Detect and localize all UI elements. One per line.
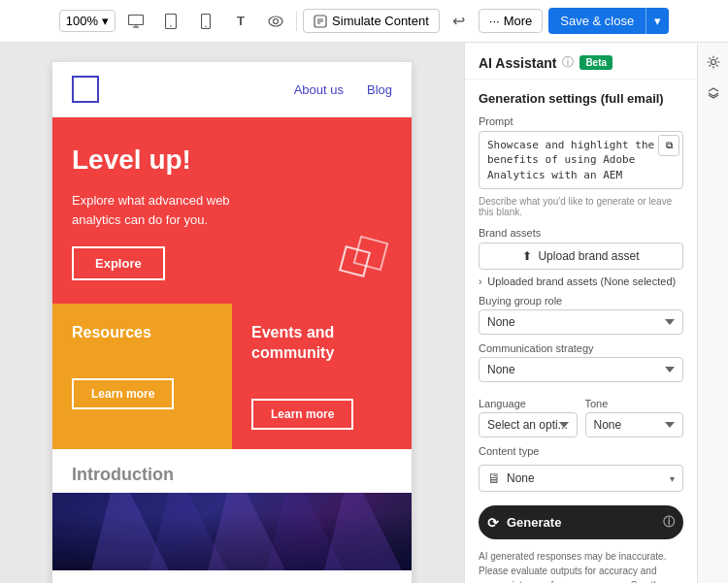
generate-button[interactable]: ⟳ Generate ⓘ xyxy=(479,505,683,539)
diamond-graphic-icon xyxy=(338,230,396,288)
toolbar: 100% ▾ T Simulate Content ↩ ··· More xyxy=(0,0,728,43)
toolbar-center: 100% ▾ T Simulate Content ↩ ··· More xyxy=(59,8,669,35)
generation-settings-title: Generation settings (full email) xyxy=(479,91,683,106)
brand-assets-section: Brand assets ⬆ Upload brand asset › Uplo… xyxy=(479,227,683,287)
svg-marker-19 xyxy=(324,493,402,570)
svg-point-8 xyxy=(274,18,279,23)
svg-rect-14 xyxy=(354,237,387,270)
save-close-dropdown-button[interactable]: ▾ xyxy=(645,8,669,34)
ai-panel: AI Assistant ⓘ Beta Generation settings … xyxy=(464,43,697,583)
email-header: About us Blog xyxy=(52,62,412,117)
content-type-label: Content type xyxy=(479,445,683,457)
events-title: Events and community xyxy=(251,323,392,364)
hero-title: Level up! xyxy=(72,145,392,176)
blog-link[interactable]: Blog xyxy=(367,82,392,97)
content-type-select[interactable]: None xyxy=(507,471,664,485)
resources-learn-more-button[interactable]: Learn more xyxy=(72,378,174,409)
brand-assets-label: Brand assets xyxy=(479,227,683,239)
language-select[interactable]: Select an opti... xyxy=(479,412,578,437)
about-us-link[interactable]: About us xyxy=(294,82,344,97)
tone-label: Tone xyxy=(585,398,684,409)
simulate-label: Simulate Content xyxy=(332,14,429,28)
save-close-button-group: Save & close ▾ xyxy=(548,8,669,34)
ai-panel-body: Generation settings (full email) Prompt … xyxy=(465,80,697,583)
desktop-view-button[interactable] xyxy=(121,8,150,35)
two-col-section: Resources Learn more Events and communit… xyxy=(52,304,412,449)
text-mode-button[interactable]: T xyxy=(226,8,255,35)
generate-label: Generate xyxy=(507,515,561,530)
svg-point-6 xyxy=(205,25,207,27)
prompt-label: Prompt xyxy=(479,115,683,127)
ai-disclaimer: AI generated responses may be inaccurate… xyxy=(479,549,683,583)
svg-rect-0 xyxy=(129,15,144,24)
disclaimer-text: AI generated responses may be inaccurate… xyxy=(479,551,666,583)
svg-point-20 xyxy=(711,60,715,65)
communication-strategy-label: Communication strategy xyxy=(479,342,683,354)
mobile-view-button[interactable] xyxy=(191,8,220,35)
more-label: More xyxy=(504,14,533,28)
communication-strategy-select[interactable]: None xyxy=(479,357,683,382)
buying-group-label: Buying group role xyxy=(479,295,683,307)
resources-title: Resources xyxy=(72,323,213,343)
events-column: Events and community Learn more xyxy=(232,304,412,449)
prompt-input[interactable] xyxy=(479,131,683,189)
upload-brand-label: Upload brand asset xyxy=(538,249,639,263)
zoom-select[interactable]: 100% ▾ xyxy=(59,10,116,32)
simulate-content-button[interactable]: Simulate Content xyxy=(303,9,440,33)
prompt-copy-button[interactable]: ⧉ xyxy=(658,135,679,156)
generate-info-icon: ⓘ xyxy=(663,514,675,531)
events-learn-more-button[interactable]: Learn more xyxy=(251,399,353,430)
more-dots-icon: ··· xyxy=(489,14,500,28)
text-mode-icon: T xyxy=(237,14,245,28)
tablet-icon xyxy=(165,14,177,29)
email-canvas: About us Blog Level up! Explore what adv… xyxy=(52,62,412,583)
more-button[interactable]: ··· More xyxy=(479,9,543,33)
mobile-icon xyxy=(201,14,211,29)
expand-icon: › xyxy=(479,276,481,287)
expand-side-button[interactable] xyxy=(702,81,725,105)
upload-brand-asset-button[interactable]: ⬆ Upload brand asset xyxy=(479,243,683,270)
uploaded-assets-row[interactable]: › Uploaded brand assets (None selected) xyxy=(479,275,683,287)
generate-icon: ⟳ xyxy=(487,515,499,531)
language-label: Language xyxy=(479,398,578,409)
resources-column: Resources Learn more xyxy=(52,304,232,449)
zoom-value: 100% xyxy=(66,14,98,28)
language-field: Language Select an opti... xyxy=(479,398,578,437)
expand-icon xyxy=(707,86,720,100)
email-nav: About us Blog xyxy=(294,82,392,97)
tone-field: Tone None xyxy=(585,398,684,437)
save-close-button[interactable]: Save & close xyxy=(548,8,645,34)
prompt-hint: Describe what you'd like to generate or … xyxy=(479,196,683,217)
copy-icon: ⧉ xyxy=(666,140,673,151)
svg-point-7 xyxy=(269,16,282,26)
prompt-wrapper: ⧉ xyxy=(479,131,683,193)
zoom-chevron-icon: ▾ xyxy=(102,14,109,28)
intro-title: Introduction xyxy=(72,465,392,485)
buying-group-field: Buying group role None xyxy=(479,295,683,335)
hero-description: Explore what advanced web analytics can … xyxy=(72,191,266,229)
tone-select[interactable]: None xyxy=(585,412,684,437)
ai-panel-title: AI Assistant xyxy=(479,55,556,71)
content-type-select-row[interactable]: 🖥 None ▾ xyxy=(479,465,683,492)
tablet-view-button[interactable] xyxy=(156,8,185,35)
preview-button[interactable] xyxy=(261,8,290,35)
content-type-field: Content type 🖥 None ▾ xyxy=(479,445,683,492)
hero-graphic xyxy=(338,230,396,288)
eye-icon xyxy=(268,16,283,27)
settings-side-button[interactable] xyxy=(702,50,725,74)
toolbar-divider xyxy=(296,12,297,31)
settings-icon xyxy=(707,55,720,69)
main-layout: About us Blog Level up! Explore what adv… xyxy=(0,43,728,583)
event-image xyxy=(52,493,412,570)
ai-info-icon[interactable]: ⓘ xyxy=(562,54,574,71)
explore-button[interactable]: Explore xyxy=(72,246,165,280)
language-tone-row: Language Select an opti... Tone None xyxy=(479,390,683,437)
buying-group-select[interactable]: None xyxy=(479,309,683,335)
stage-beams-icon xyxy=(52,493,412,570)
canvas-area: About us Blog Level up! Explore what adv… xyxy=(0,43,464,583)
content-type-icon: 🖥 xyxy=(487,470,501,486)
undo-button[interactable]: ↩ xyxy=(446,8,473,35)
uploaded-assets-label: Uploaded brand assets (None selected) xyxy=(487,275,676,287)
intro-section: Introduction xyxy=(52,449,412,493)
beta-badge: Beta xyxy=(579,55,612,70)
